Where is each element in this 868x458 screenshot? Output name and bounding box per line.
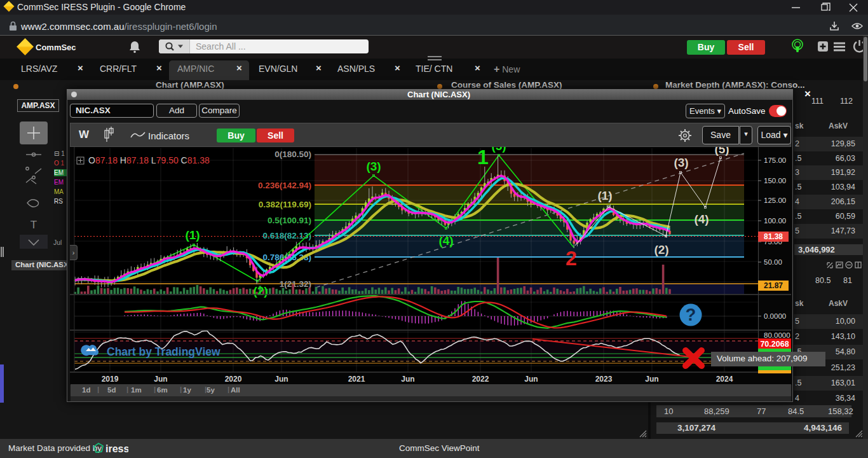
svg-text:(1): (1) <box>185 228 200 242</box>
svg-text:50.00: 50.00 <box>764 258 782 266</box>
svg-text:2024: 2024 <box>716 375 733 384</box>
svg-text:0.382(119.69): 0.382(119.69) <box>259 200 311 209</box>
svg-text:(4): (4) <box>694 212 709 226</box>
svg-text:2020: 2020 <box>225 375 242 384</box>
svg-text:Chart by TradingView: Chart by TradingView <box>107 345 220 358</box>
svg-text:(2): (2) <box>253 284 268 298</box>
svg-text:(4): (4) <box>438 234 453 247</box>
svg-text:2: 2 <box>566 247 577 270</box>
svg-text:0.5(100.91): 0.5(100.91) <box>268 216 311 225</box>
svg-text:70.2068: 70.2068 <box>760 340 789 349</box>
svg-text:O87.18 H87.18 L79.50 C81.38: O87.18 H87.18 L79.50 C81.38 <box>88 155 210 165</box>
svg-text:80.0000: 80.0000 <box>764 331 790 339</box>
svg-text:2022: 2022 <box>472 375 489 384</box>
svg-text:150.00: 150.00 <box>764 177 786 184</box>
svg-text:(3): (3) <box>366 160 381 173</box>
svg-text:0.236(142.94): 0.236(142.94) <box>258 181 311 190</box>
svg-text:100.00: 100.00 <box>764 217 786 225</box>
svg-text:21.87: 21.87 <box>764 281 783 290</box>
svg-text:(1): (1) <box>597 189 612 202</box>
svg-text:Jun: Jun <box>154 375 167 384</box>
svg-text:Jun: Jun <box>524 375 538 384</box>
svg-text:(5): (5) <box>714 147 729 156</box>
svg-text:(3): (3) <box>674 156 688 169</box>
svg-text:0.0000: 0.0000 <box>764 312 786 320</box>
svg-text:1: 1 <box>477 147 489 169</box>
svg-text:Jun: Jun <box>401 375 414 384</box>
svg-text:0(180.50): 0(180.50) <box>275 149 311 159</box>
svg-text:2021: 2021 <box>348 375 365 384</box>
svg-text:2019: 2019 <box>102 375 119 384</box>
svg-text:2023: 2023 <box>595 375 613 384</box>
svg-text:iress: iress <box>105 443 128 454</box>
svg-text:125.00: 125.00 <box>764 197 786 204</box>
svg-text:?: ? <box>686 305 696 324</box>
svg-text:175.00: 175.00 <box>764 156 786 164</box>
svg-text:T: T <box>31 219 37 231</box>
svg-text:1(21.32): 1(21.32) <box>280 279 311 289</box>
svg-text:(2): (2) <box>654 243 668 256</box>
svg-text:Jun: Jun <box>645 375 658 384</box>
svg-text:(5): (5) <box>491 147 506 153</box>
svg-text:Jun: Jun <box>275 375 288 384</box>
svg-text:81.38: 81.38 <box>764 232 783 241</box>
